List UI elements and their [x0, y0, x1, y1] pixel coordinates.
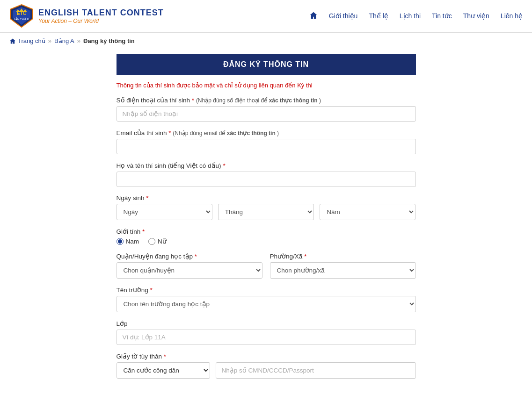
gender-group: Giới tính * Nam Nữ — [117, 228, 416, 245]
phone-label-text: Số điện thoại của thí sinh — [117, 97, 190, 104]
id-row: Căn cước công dân Chứng minh nhân dân Pa… — [117, 362, 416, 379]
svg-text:LẦN THỨ III: LẦN THỨ III — [14, 17, 29, 21]
fullname-label-text: Họ và tên thí sinh (tiếng Việt có dấu) — [117, 162, 221, 169]
fullname-label: Họ và tên thí sinh (tiếng Việt có dấu) * — [117, 162, 416, 169]
nav-item-thu-vien[interactable]: Thư viện — [463, 12, 489, 20]
nav-home-icon[interactable] — [309, 11, 318, 21]
gender-nam-label: Nam — [126, 238, 139, 245]
id-label: Giấy tờ tùy thân * — [117, 352, 416, 360]
privacy-note: Thông tin của thí sinh được bảo mật và c… — [117, 82, 416, 89]
ward-label-text: Phường/Xã — [270, 253, 303, 260]
school-group: Tên trường * Chon tên trường đang học tậ… — [117, 286, 416, 312]
logo-subtitle: Your Action – Our World — [38, 18, 164, 24]
district-group: Quận/Huyện đang học tập * Chon quận/huyệ… — [117, 252, 262, 279]
email-input[interactable] — [117, 139, 416, 154]
district-label-text: Quận/Huyện đang học tập — [117, 253, 193, 260]
gender-required: * — [142, 228, 145, 235]
main-nav: Giới thiệu Thể lệ Lịch thi Tin tức Thư v… — [309, 11, 523, 21]
date-row: Ngày Tháng Năm — [117, 204, 416, 220]
nav-item-the-le[interactable]: Thể lệ — [369, 12, 388, 20]
ward-select[interactable]: Chon phường/xã — [270, 262, 416, 279]
breadcrumb-sep-1: » — [48, 37, 51, 44]
ward-label: Phường/Xã * — [270, 252, 416, 260]
gender-label: Giới tính * — [117, 228, 416, 235]
month-select[interactable]: Tháng — [218, 204, 314, 220]
school-select[interactable]: Chon tên trường đang học tập — [117, 296, 416, 312]
phone-required: * — [192, 97, 194, 104]
dob-required: * — [146, 194, 148, 201]
nav-item-lien-he[interactable]: Liên hệ — [501, 12, 523, 20]
email-hint: (Nhập đúng email để xác thực thông tin ) — [173, 130, 279, 136]
dob-group: Ngày sinh * Ngày Tháng Năm — [117, 194, 416, 220]
breadcrumb-current: Đăng ký thông tin — [83, 37, 135, 44]
ward-group: Phường/Xã * Chon phường/xã — [270, 252, 416, 279]
gender-nu-radio[interactable] — [148, 238, 155, 245]
nav-item-tin-tuc[interactable]: Tin tức — [432, 12, 452, 20]
fullname-input[interactable] — [117, 172, 416, 187]
school-label-text: Tên trường — [117, 287, 148, 294]
gender-row: Nam Nữ — [117, 237, 416, 245]
gender-nam-radio[interactable] — [117, 238, 124, 245]
breadcrumb-home-icon — [9, 38, 16, 44]
email-group: Email của thí sinh * (Nhập đúng email để… — [117, 129, 416, 154]
email-required: * — [168, 129, 171, 136]
grade-label: Lớp — [117, 320, 416, 327]
email-label: Email của thí sinh * (Nhập đúng email để… — [117, 129, 416, 136]
gender-label-text: Giới tính — [117, 228, 141, 235]
school-required: * — [150, 287, 153, 294]
dob-label-text: Ngày sinh — [117, 194, 145, 201]
nav-item-lich-thi[interactable]: Lịch thi — [400, 12, 421, 20]
district-label: Quận/Huyện đang học tập * — [117, 252, 262, 260]
logo-shield-icon: ETC LẦN THỨ III — [9, 4, 34, 28]
phone-label: Số điện thoại của thí sinh * (Nhập đúng … — [117, 96, 416, 104]
id-number-input[interactable] — [216, 362, 416, 379]
main-content: ĐĂNG KÝ THÔNG TIN Thông tin của thí sinh… — [107, 49, 425, 402]
form-title: ĐĂNG KÝ THÔNG TIN — [117, 54, 416, 75]
district-ward-row: Quận/Huyện đang học tập * Chon quận/huyệ… — [117, 252, 416, 286]
email-label-text: Email của thí sinh — [117, 129, 167, 136]
nav-item-gioi-thieu[interactable]: Giới thiệu — [329, 12, 358, 20]
school-label: Tên trường * — [117, 286, 416, 294]
breadcrumb-sep-2: » — [77, 37, 80, 44]
id-type-select[interactable]: Căn cước công dân Chứng minh nhân dân Pa… — [117, 362, 210, 379]
district-required: * — [195, 253, 197, 260]
phone-hint: (Nhập đúng số điện thoại để xác thực thô… — [196, 97, 321, 104]
breadcrumb-bang-a[interactable]: Bảng A — [54, 37, 74, 44]
id-label-text: Giấy tờ tùy thân — [117, 353, 162, 360]
id-group: Giấy tờ tùy thân * Căn cước công dân Chứ… — [117, 352, 416, 379]
breadcrumb: Trang chủ » Bảng A » Đăng ký thông tin — [0, 33, 532, 49]
grade-group: Lớp — [117, 320, 416, 345]
year-select[interactable]: Năm — [320, 204, 415, 220]
logo-title: ENGLISH TALENT CONTEST — [38, 8, 164, 18]
phone-input[interactable] — [117, 106, 416, 122]
grade-input[interactable] — [117, 330, 416, 345]
day-select[interactable]: Ngày — [117, 204, 212, 220]
dob-label: Ngày sinh * — [117, 194, 416, 201]
gender-nam-option[interactable]: Nam — [117, 238, 139, 245]
logo-text: ENGLISH TALENT CONTEST Your Action – Our… — [38, 8, 164, 24]
gender-nu-label: Nữ — [158, 237, 167, 245]
district-select[interactable]: Chon quận/huyện — [117, 262, 262, 279]
logo-area: ETC LẦN THỨ III ENGLISH TALENT CONTEST Y… — [9, 4, 164, 28]
gender-nu-option[interactable]: Nữ — [148, 237, 167, 245]
site-header: ETC LẦN THỨ III ENGLISH TALENT CONTEST Y… — [0, 0, 532, 33]
id-required: * — [164, 353, 166, 360]
phone-group: Số điện thoại của thí sinh * (Nhập đúng … — [117, 96, 416, 122]
breadcrumb-trang-chu[interactable]: Trang chủ — [18, 37, 45, 44]
ward-required: * — [304, 253, 306, 260]
fullname-group: Họ và tên thí sinh (tiếng Việt có dấu) * — [117, 162, 416, 187]
grade-label-text: Lớp — [117, 320, 128, 327]
fullname-required: * — [223, 162, 225, 169]
